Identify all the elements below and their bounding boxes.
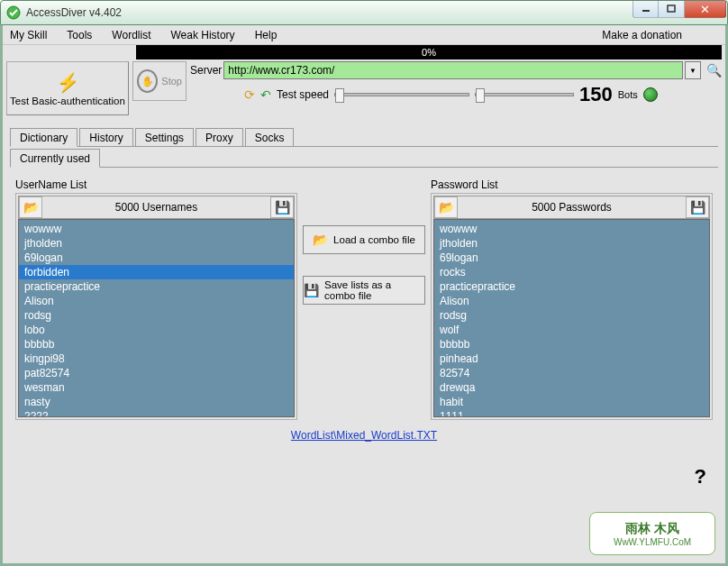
- wordlist-path-link[interactable]: WordList\Mixed_WordList.TXT: [3, 429, 725, 442]
- refresh-icon[interactable]: ⟳: [244, 87, 255, 102]
- server-input[interactable]: [223, 61, 683, 79]
- speed-slider-2[interactable]: [475, 93, 574, 96]
- svg-rect-2: [668, 5, 675, 12]
- list-item[interactable]: bbbbb: [434, 337, 709, 351]
- globe-icon[interactable]: [643, 87, 658, 102]
- speed-slider-1[interactable]: [334, 93, 469, 96]
- tab-proxy[interactable]: Proxy: [196, 128, 243, 146]
- lightning-icon: ⚡: [57, 71, 79, 93]
- list-item[interactable]: 2222: [19, 409, 294, 417]
- list-item[interactable]: 69logan: [434, 251, 709, 265]
- list-item[interactable]: 69logan: [19, 251, 294, 265]
- close-button[interactable]: ✕: [685, 1, 726, 18]
- password-listbox[interactable]: wowwwjtholden69loganrockspracticepractic…: [433, 219, 710, 417]
- svg-rect-1: [642, 10, 650, 12]
- test-speed-label: Test speed: [277, 88, 329, 101]
- load-combo-button[interactable]: 📂 Load a combo file: [303, 225, 425, 254]
- menu-bar: My Skill Tools Wordlist Weak History Hel…: [3, 25, 725, 45]
- list-item[interactable]: wesman: [19, 380, 294, 395]
- folder-icon: 📂: [439, 200, 454, 215]
- bots-label: Bots: [618, 89, 638, 100]
- open-password-list-button[interactable]: 📂: [434, 196, 458, 218]
- server-dropdown-button[interactable]: ▼: [685, 61, 701, 79]
- folder-icon: 📂: [313, 233, 328, 247]
- save-password-list-button[interactable]: 💾: [686, 196, 709, 218]
- tab-socks[interactable]: Socks: [245, 128, 295, 146]
- save-icon: 💾: [275, 200, 290, 215]
- menu-tools[interactable]: Tools: [67, 29, 92, 41]
- window-title: AccessDiver v4.402: [26, 6, 122, 19]
- list-item[interactable]: nasty: [19, 395, 294, 409]
- main-tabs: Dictionary History Settings Proxy Socks: [10, 128, 718, 147]
- progress-bar: 0%: [136, 45, 722, 59]
- save-icon: 💾: [690, 200, 705, 215]
- list-item[interactable]: pat82574: [19, 366, 294, 380]
- list-item[interactable]: 1111: [434, 409, 709, 417]
- list-item[interactable]: practicepractice: [434, 279, 709, 294]
- username-list-label: UserName List: [15, 178, 86, 191]
- watermark: 雨林 木风 WwW.YLMFU.CoM: [589, 512, 715, 555]
- username-listbox[interactable]: wowwwjtholden69loganforbiddenpracticepra…: [18, 219, 295, 417]
- tab-history[interactable]: History: [79, 128, 132, 146]
- list-item[interactable]: habit: [434, 395, 709, 409]
- back-icon[interactable]: ↶: [260, 87, 271, 102]
- tab-settings[interactable]: Settings: [135, 128, 194, 146]
- open-username-list-button[interactable]: 📂: [19, 196, 42, 218]
- folder-icon: 📂: [23, 200, 39, 215]
- list-item[interactable]: forbidden: [19, 265, 294, 279]
- list-item[interactable]: wowww: [19, 222, 294, 236]
- maximize-button[interactable]: [659, 1, 685, 18]
- password-list-label: Password List: [431, 178, 498, 191]
- list-item[interactable]: pinhead: [434, 351, 709, 366]
- bots-count: 150: [579, 83, 613, 106]
- list-item[interactable]: rodsg: [19, 308, 294, 323]
- title-bar: AccessDiver v4.402 ✕: [0, 0, 728, 25]
- subtab-currently-used[interactable]: Currently used: [10, 149, 100, 168]
- save-username-list-button[interactable]: 💾: [270, 196, 294, 218]
- tab-dictionary[interactable]: Dictionary: [10, 128, 77, 147]
- username-list-title: 5000 Usernames: [42, 201, 270, 214]
- save-combo-button[interactable]: 💾 Save lists as a combo file: [303, 276, 425, 305]
- app-icon: [6, 5, 21, 20]
- list-item[interactable]: Alison: [19, 294, 294, 308]
- stop-button[interactable]: ✋ Stop: [132, 61, 187, 101]
- menu-myskill[interactable]: My Skill: [10, 29, 47, 41]
- list-item[interactable]: rodsg: [434, 308, 709, 323]
- list-item[interactable]: wowww: [434, 222, 709, 236]
- menu-help[interactable]: Help: [255, 29, 278, 41]
- minimize-button[interactable]: [632, 1, 659, 18]
- search-icon[interactable]: 🔍: [706, 63, 722, 78]
- list-item[interactable]: lobo: [19, 323, 294, 337]
- list-item[interactable]: rocks: [434, 265, 709, 279]
- server-label: Server: [190, 64, 222, 77]
- list-item[interactable]: jtholden: [434, 236, 709, 251]
- menu-wordlist[interactable]: Wordlist: [112, 29, 150, 41]
- list-item[interactable]: 82574: [434, 366, 709, 380]
- help-button[interactable]: ?: [695, 465, 706, 488]
- list-item[interactable]: drewqa: [434, 380, 709, 395]
- list-item[interactable]: kingpi98: [19, 351, 294, 366]
- list-item[interactable]: jtholden: [19, 236, 294, 251]
- list-item[interactable]: practicepractice: [19, 279, 294, 294]
- save-icon: 💾: [304, 283, 319, 297]
- list-item[interactable]: Alison: [434, 294, 709, 308]
- password-list-title: 5000 Passwords: [458, 201, 686, 214]
- menu-weakhistory[interactable]: Weak History: [170, 29, 234, 41]
- stop-icon: ✋: [137, 69, 158, 93]
- test-basic-auth-button[interactable]: ⚡ Test Basic-authentication: [6, 61, 129, 115]
- menu-donate[interactable]: Make a donation: [602, 29, 682, 41]
- list-item[interactable]: wolf: [434, 323, 709, 337]
- list-item[interactable]: bbbbb: [19, 337, 294, 351]
